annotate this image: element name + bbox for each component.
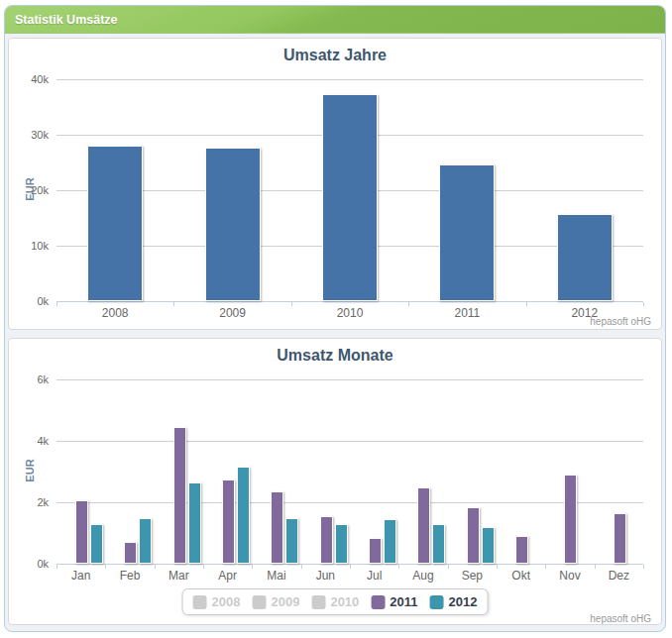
bar-jan-2011[interactable]	[75, 500, 88, 564]
chart-umsatz-monate: Umsatz Monate EUR 20082009201020112012 h…	[8, 338, 662, 625]
bar-jan-2012[interactable]	[90, 524, 103, 564]
legend-label: 2011	[390, 594, 417, 609]
bar-2010[interactable]	[322, 94, 378, 301]
gridline	[56, 379, 643, 380]
y-tick-label: 0k	[9, 558, 49, 570]
y-tick-label: 4k	[9, 435, 49, 447]
legend-swatch	[193, 595, 207, 609]
bar-2011[interactable]	[439, 164, 495, 301]
bar-jun-2011[interactable]	[320, 516, 333, 564]
x-axis-line	[56, 301, 643, 302]
bar-apr-2012[interactable]	[237, 467, 250, 564]
legend-label: 2012	[449, 594, 478, 609]
x-tick-label: 2012	[526, 306, 643, 320]
x-tick-label: Aug	[398, 569, 447, 583]
panel-header: Statistik Umsätze	[5, 6, 665, 34]
y-tick-label: 0k	[9, 295, 49, 307]
x-tick-label: Apr	[203, 569, 252, 583]
bar-2008[interactable]	[87, 146, 143, 301]
y-tick-label: 2k	[9, 496, 49, 508]
gridline	[56, 502, 643, 503]
bar-dez-2011[interactable]	[614, 513, 626, 564]
legend: 20082009201020112012	[182, 588, 489, 615]
legend-item-2011[interactable]: 2011	[371, 594, 417, 609]
legend-label: 2008	[212, 594, 241, 609]
bar-aug-2011[interactable]	[417, 487, 430, 565]
y-axis-title: EUR	[24, 456, 36, 485]
gridline	[56, 79, 643, 80]
x-tick-label: Sep	[448, 569, 497, 583]
bar-feb-2012[interactable]	[139, 518, 152, 565]
legend-swatch	[311, 595, 325, 609]
legend-label: 2009	[271, 594, 299, 609]
bar-mar-2012[interactable]	[188, 482, 201, 564]
bar-sep-2011[interactable]	[467, 507, 480, 564]
chart-title: Umsatz Jahre	[9, 47, 661, 64]
axis-tick	[643, 302, 644, 306]
panel-title: Statistik Umsätze	[15, 13, 118, 27]
bar-mai-2011[interactable]	[271, 491, 283, 564]
x-tick-label: 2011	[408, 306, 525, 320]
x-tick-label: Feb	[105, 569, 154, 583]
legend-item-2012[interactable]: 2012	[430, 594, 478, 609]
bar-apr-2011[interactable]	[222, 479, 235, 564]
legend-swatch	[371, 595, 385, 609]
bar-2009[interactable]	[205, 148, 261, 301]
bar-jul-2011[interactable]	[369, 538, 382, 564]
y-tick-label: 20k	[9, 184, 49, 196]
x-tick-label: 2010	[291, 306, 408, 320]
x-tick-label: Nov	[545, 569, 594, 583]
x-tick-label: 2008	[56, 306, 173, 320]
gridline	[56, 441, 643, 442]
legend-label: 2010	[330, 594, 359, 609]
y-tick-label: 30k	[9, 129, 49, 141]
legend-item-2010[interactable]: 2010	[311, 594, 359, 609]
bar-okt-2011[interactable]	[515, 536, 528, 564]
bar-feb-2011[interactable]	[124, 542, 137, 564]
x-tick-label: 2009	[173, 306, 290, 320]
x-tick-label: Jan	[56, 569, 105, 583]
bar-2012[interactable]	[557, 214, 613, 301]
legend-item-2009[interactable]: 2009	[252, 594, 299, 609]
legend-item-2008[interactable]: 2008	[193, 594, 241, 609]
x-tick-label: Jul	[350, 569, 398, 583]
y-tick-label: 6k	[9, 373, 49, 385]
bar-jul-2012[interactable]	[384, 519, 396, 564]
y-tick-label: 10k	[9, 240, 49, 252]
x-tick-label: Dez	[595, 569, 643, 583]
legend-swatch	[430, 595, 444, 609]
axis-tick	[643, 565, 644, 569]
statistik-panel: Statistik Umsätze Umsatz Jahre EUR hepas…	[4, 5, 666, 632]
bar-aug-2012[interactable]	[432, 524, 445, 564]
bar-nov-2011[interactable]	[564, 475, 577, 564]
chart-umsatz-jahre: Umsatz Jahre EUR hepasoft oHG 0k10k20k30…	[8, 38, 662, 330]
bar-sep-2012[interactable]	[482, 527, 495, 564]
x-tick-label: Mai	[252, 569, 300, 583]
x-tick-label: Okt	[497, 569, 545, 583]
chart-title: Umsatz Monate	[9, 347, 661, 365]
bar-jun-2012[interactable]	[335, 524, 348, 564]
bar-mar-2011[interactable]	[173, 427, 186, 564]
legend-swatch	[252, 595, 266, 609]
bar-mai-2012[interactable]	[285, 518, 298, 565]
x-tick-label: Jun	[301, 569, 350, 583]
credits-label: hepasoft oHG	[590, 613, 651, 624]
y-tick-label: 40k	[9, 73, 49, 85]
x-tick-label: Mar	[155, 569, 203, 583]
